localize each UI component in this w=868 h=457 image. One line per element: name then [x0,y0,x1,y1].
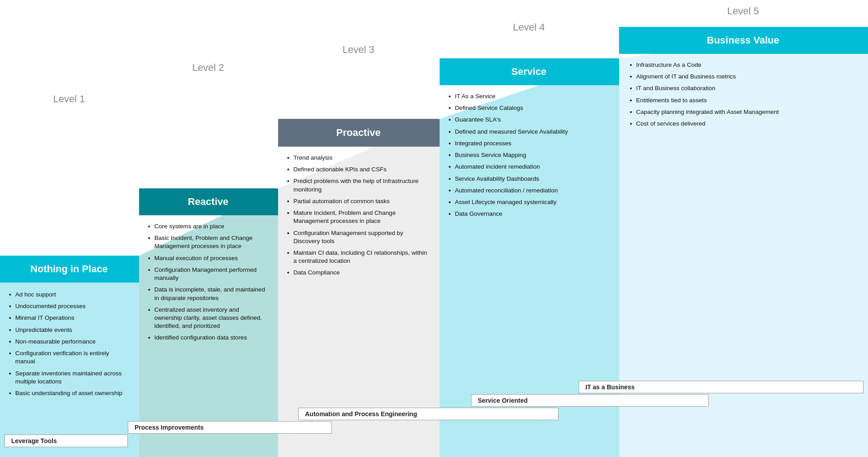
list-item: Maintain CI data, including CI relations… [287,249,430,265]
list-item: Minimal IT Operations [9,314,129,322]
process-improvements-bar: Process Improvements [128,421,332,434]
level-2-label: Level 2 [139,58,277,74]
list-item: Undocumented processes [9,302,129,310]
level-2-header: Reactive [139,188,277,215]
list-item: Data is incomplete, stale, and maintaine… [148,286,268,302]
list-item: Non-measurable performance [9,338,129,346]
it-as-business-bar: IT as a Business [579,381,864,393]
level-2-title: Reactive [188,196,229,208]
list-item: Basic Incident, Problem and Change Manag… [148,234,268,250]
level-2-list: Core systems are in place Basic Incident… [144,219,273,349]
svg-rect-2 [0,90,139,256]
level-1-items: Ad hoc support Undocumented processes Mi… [0,283,138,409]
level-5-header: Business Value [619,27,867,54]
list-item: Ad hoc support [9,291,129,299]
level-4-items: IT As a Service Defined Service Catalogs… [440,85,618,229]
list-item: Cost of services delivered [630,120,856,128]
level-3-items: Trend analysis Defined actionable KPIs a… [278,147,439,288]
list-item: Separate inventories maintained across m… [9,370,129,386]
level-5-items: Infrastructure As a Code Alignment of IT… [619,54,867,139]
list-item: Defined actionable KPIs and CSFs [287,165,430,174]
leverage-tools-bar: Leverage Tools [4,435,128,447]
level-4-header: Service [440,58,618,85]
level-5-label: Level 5 [619,4,867,17]
list-item: Alignment of IT and Business metrics [630,73,856,81]
level-1-list: Ad hoc support Undocumented processes Mi… [4,287,134,405]
list-item: Configuration verification is entirely m… [9,349,129,366]
list-item: Guarantee SLA's [449,116,609,124]
service-oriented-bar: Service Oriented [471,394,709,407]
level-5-title: Business Value [707,35,779,46]
list-item: Predict problems with the help of Infras… [287,177,430,193]
list-item: Centralized asset inventory and ownershi… [148,306,268,331]
list-item: Unpredictable events [9,326,129,334]
level-3-list: Trend analysis Defined actionable KPIs a… [283,150,434,284]
list-item: Defined and measured Service Availabilit… [449,128,609,136]
level-2-items: Core systems are in place Basic Incident… [139,215,277,353]
list-item: Mature Incident, Problem and Change Mana… [287,209,430,225]
level-3-label: Level 3 [278,40,439,56]
level-4-label: Level 4 [440,18,618,33]
level-3-header: Proactive [278,119,439,147]
main-container: Level 1 Nothing in Place Ad hoc support … [0,0,868,457]
list-item: Partial automation of common tasks [287,197,430,205]
list-item: Configuration Management performed manua… [148,266,268,282]
list-item: Infrastructure As a Code [630,61,856,69]
list-item: IT As a Service [449,92,609,100]
list-item: Automated reconciliation / remediation [449,187,609,195]
list-item: Core systems are in place [148,222,268,231]
list-item: Integrated processes [449,139,609,148]
level-1-header: Nothing in Place [0,256,138,283]
level-4-title: Service [511,66,546,78]
automation-bar: Automation and Process Engineering [298,408,558,420]
list-item: Basic understanding of asset ownership [9,389,129,397]
list-item: Business Service Mapping [449,151,609,159]
list-item: Trend analysis [287,154,430,162]
level-3-title: Proactive [336,127,380,139]
list-item: IT and Business collaboration [630,84,856,92]
level-1-title: Nothing in Place [31,263,108,275]
list-item: Manual execution of processes [148,254,268,262]
level-1-label: Level 1 [0,90,138,105]
list-item: Identified configuration data stores [148,334,268,342]
list-item: Automated incident remediation [449,163,609,171]
list-item: Configuration Management supported by Di… [287,229,430,245]
list-item: Capacity planning integrated with Asset … [630,108,856,116]
list-item: Entitlements tied to assets [630,96,856,104]
list-item: Defined Service Catalogs [449,104,609,112]
list-item: Data Compliance [287,269,430,277]
list-item: Data Governance [449,210,609,218]
level-5-list: Infrastructure As a Code Alignment of IT… [625,57,861,135]
list-item: Service Availability Dashboards [449,175,609,183]
list-item: Asset Lifecycle managed systemically [449,198,609,206]
level-4-list: IT As a Service Defined Service Catalogs… [444,89,614,225]
svg-rect-5 [139,58,278,188]
